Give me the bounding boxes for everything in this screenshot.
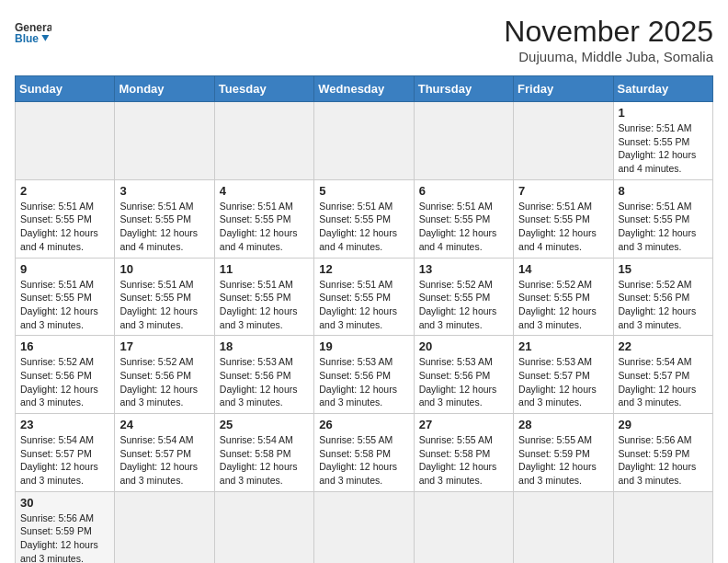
calendar-cell: 12Sunrise: 5:51 AMSunset: 5:55 PMDayligh… xyxy=(314,258,414,336)
day-info: Sunrise: 5:53 AMSunset: 5:56 PMDaylight:… xyxy=(319,355,408,409)
location-title: Dujuuma, Middle Juba, Somalia xyxy=(504,49,713,64)
weekday-header-sunday: Sunday xyxy=(16,76,115,102)
day-info: Sunrise: 5:55 AMSunset: 5:59 PMDaylight:… xyxy=(518,433,608,488)
calendar-cell: 30Sunrise: 5:56 AMSunset: 5:59 PMDayligh… xyxy=(16,491,115,563)
day-number: 3 xyxy=(119,184,209,198)
day-number: 1 xyxy=(619,106,708,120)
day-info: Sunrise: 5:51 AMSunset: 5:55 PMDaylight:… xyxy=(220,200,309,254)
day-info: Sunrise: 5:52 AMSunset: 5:56 PMDaylight:… xyxy=(619,278,708,332)
day-info: Sunrise: 5:53 AMSunset: 5:56 PMDaylight:… xyxy=(419,355,508,409)
day-number: 2 xyxy=(20,184,109,198)
day-number: 13 xyxy=(419,262,508,276)
day-number: 30 xyxy=(20,496,109,510)
day-number: 14 xyxy=(518,262,608,276)
logo: General Blue xyxy=(15,15,51,52)
calendar-cell xyxy=(414,102,513,180)
page-header: General Blue November 2025 Dujuuma, Midd… xyxy=(15,15,713,64)
day-number: 15 xyxy=(619,262,708,276)
calendar-cell: 17Sunrise: 5:52 AMSunset: 5:56 PMDayligh… xyxy=(115,336,214,414)
calendar-cell: 4Sunrise: 5:51 AMSunset: 5:55 PMDaylight… xyxy=(214,179,313,258)
day-info: Sunrise: 5:55 AMSunset: 5:58 PMDaylight:… xyxy=(319,433,408,488)
calendar-cell: 16Sunrise: 5:52 AMSunset: 5:56 PMDayligh… xyxy=(16,336,115,414)
weekday-header-monday: Monday xyxy=(115,76,214,102)
calendar-cell: 3Sunrise: 5:51 AMSunset: 5:55 PMDaylight… xyxy=(115,179,214,258)
calendar-cell: 14Sunrise: 5:52 AMSunset: 5:55 PMDayligh… xyxy=(514,258,613,336)
calendar-cell xyxy=(115,491,214,563)
day-number: 9 xyxy=(20,262,109,276)
day-info: Sunrise: 5:51 AMSunset: 5:55 PMDaylight:… xyxy=(20,278,109,332)
day-number: 24 xyxy=(119,418,209,431)
calendar-week-3: 9Sunrise: 5:51 AMSunset: 5:55 PMDaylight… xyxy=(16,258,713,336)
day-number: 19 xyxy=(319,339,408,353)
calendar-cell: 23Sunrise: 5:54 AMSunset: 5:57 PMDayligh… xyxy=(16,414,115,492)
day-info: Sunrise: 5:55 AMSunset: 5:58 PMDaylight:… xyxy=(419,433,508,488)
day-info: Sunrise: 5:51 AMSunset: 5:55 PMDaylight:… xyxy=(518,200,608,254)
day-info: Sunrise: 5:51 AMSunset: 5:55 PMDaylight:… xyxy=(20,200,109,254)
day-number: 12 xyxy=(319,262,408,276)
calendar-cell xyxy=(514,491,613,563)
day-number: 20 xyxy=(419,339,508,353)
day-info: Sunrise: 5:51 AMSunset: 5:55 PMDaylight:… xyxy=(119,200,209,254)
day-info: Sunrise: 5:51 AMSunset: 5:55 PMDaylight:… xyxy=(619,121,708,176)
calendar-cell xyxy=(314,491,414,563)
day-number: 16 xyxy=(20,339,109,353)
weekday-header-thursday: Thursday xyxy=(414,76,513,102)
svg-marker-2 xyxy=(41,35,49,41)
day-number: 18 xyxy=(220,339,309,353)
calendar-cell: 5Sunrise: 5:51 AMSunset: 5:55 PMDaylight… xyxy=(314,179,414,258)
day-info: Sunrise: 5:51 AMSunset: 5:55 PMDaylight:… xyxy=(619,200,708,254)
day-info: Sunrise: 5:51 AMSunset: 5:55 PMDaylight:… xyxy=(419,200,508,254)
calendar-week-6: 30Sunrise: 5:56 AMSunset: 5:59 PMDayligh… xyxy=(16,491,713,563)
calendar-cell xyxy=(16,102,115,180)
calendar-cell: 1Sunrise: 5:51 AMSunset: 5:55 PMDaylight… xyxy=(613,102,712,180)
calendar-cell: 19Sunrise: 5:53 AMSunset: 5:56 PMDayligh… xyxy=(314,336,414,414)
day-info: Sunrise: 5:53 AMSunset: 5:56 PMDaylight:… xyxy=(220,355,309,409)
generalblue-logo-icon: General Blue xyxy=(15,15,51,52)
calendar-cell: 26Sunrise: 5:55 AMSunset: 5:58 PMDayligh… xyxy=(314,414,414,492)
calendar-cell xyxy=(613,491,712,563)
day-info: Sunrise: 5:54 AMSunset: 5:57 PMDaylight:… xyxy=(20,433,109,488)
day-number: 29 xyxy=(619,418,708,431)
weekday-header-saturday: Saturday xyxy=(613,76,712,102)
day-info: Sunrise: 5:52 AMSunset: 5:56 PMDaylight:… xyxy=(20,355,109,409)
calendar-cell xyxy=(514,102,613,180)
weekday-header-friday: Friday xyxy=(514,76,613,102)
day-number: 6 xyxy=(419,184,508,198)
day-number: 7 xyxy=(518,184,608,198)
calendar-week-4: 16Sunrise: 5:52 AMSunset: 5:56 PMDayligh… xyxy=(16,336,713,414)
calendar-cell xyxy=(314,102,414,180)
day-number: 17 xyxy=(119,339,209,353)
day-info: Sunrise: 5:52 AMSunset: 5:55 PMDaylight:… xyxy=(518,278,608,332)
calendar-cell: 29Sunrise: 5:56 AMSunset: 5:59 PMDayligh… xyxy=(613,414,712,492)
calendar-week-1: 1Sunrise: 5:51 AMSunset: 5:55 PMDaylight… xyxy=(16,102,713,180)
day-info: Sunrise: 5:53 AMSunset: 5:57 PMDaylight:… xyxy=(518,355,608,409)
calendar-cell: 20Sunrise: 5:53 AMSunset: 5:56 PMDayligh… xyxy=(414,336,513,414)
day-info: Sunrise: 5:52 AMSunset: 5:56 PMDaylight:… xyxy=(119,355,209,409)
calendar-cell: 21Sunrise: 5:53 AMSunset: 5:57 PMDayligh… xyxy=(514,336,613,414)
calendar-week-5: 23Sunrise: 5:54 AMSunset: 5:57 PMDayligh… xyxy=(16,414,713,492)
day-number: 4 xyxy=(220,184,309,198)
month-title: November 2025 xyxy=(504,15,713,49)
calendar-cell: 7Sunrise: 5:51 AMSunset: 5:55 PMDaylight… xyxy=(514,179,613,258)
calendar-cell: 28Sunrise: 5:55 AMSunset: 5:59 PMDayligh… xyxy=(514,414,613,492)
calendar-cell: 22Sunrise: 5:54 AMSunset: 5:57 PMDayligh… xyxy=(613,336,712,414)
day-number: 22 xyxy=(619,339,708,353)
calendar-cell xyxy=(414,491,513,563)
day-info: Sunrise: 5:51 AMSunset: 5:55 PMDaylight:… xyxy=(319,278,408,332)
day-number: 21 xyxy=(518,339,608,353)
calendar-cell xyxy=(214,491,313,563)
svg-text:Blue: Blue xyxy=(15,32,39,45)
calendar-cell: 18Sunrise: 5:53 AMSunset: 5:56 PMDayligh… xyxy=(214,336,313,414)
calendar-cell: 10Sunrise: 5:51 AMSunset: 5:55 PMDayligh… xyxy=(115,258,214,336)
day-number: 23 xyxy=(20,418,109,431)
calendar-table: SundayMondayTuesdayWednesdayThursdayFrid… xyxy=(15,75,713,563)
calendar-cell: 6Sunrise: 5:51 AMSunset: 5:55 PMDaylight… xyxy=(414,179,513,258)
calendar-cell xyxy=(115,102,214,180)
calendar-title-area: November 2025 Dujuuma, Middle Juba, Soma… xyxy=(504,15,713,64)
day-info: Sunrise: 5:51 AMSunset: 5:55 PMDaylight:… xyxy=(319,200,408,254)
day-number: 27 xyxy=(419,418,508,431)
day-info: Sunrise: 5:52 AMSunset: 5:55 PMDaylight:… xyxy=(419,278,508,332)
day-info: Sunrise: 5:54 AMSunset: 5:58 PMDaylight:… xyxy=(220,433,309,488)
calendar-cell: 2Sunrise: 5:51 AMSunset: 5:55 PMDaylight… xyxy=(16,179,115,258)
weekday-header-tuesday: Tuesday xyxy=(214,76,313,102)
